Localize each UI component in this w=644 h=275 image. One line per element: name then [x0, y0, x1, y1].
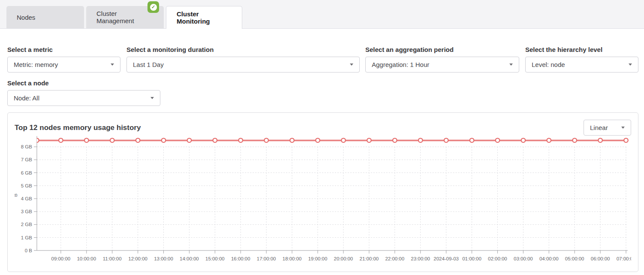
- filters-row-1: Select a metric Metric: memory Select a …: [7, 46, 638, 73]
- svg-text:09:00:00: 09:00:00: [51, 256, 71, 261]
- tab-label: Nodes: [17, 14, 35, 21]
- svg-text:04:00:00: 04:00:00: [539, 256, 559, 261]
- duration-select-value: Last 1 Day: [133, 61, 164, 68]
- duration-label: Select a monitoring duration: [126, 46, 360, 53]
- caret-down-icon: [150, 97, 154, 99]
- svg-text:1 GB: 1 GB: [21, 235, 32, 240]
- caret-down-icon: [350, 63, 353, 66]
- svg-text:14:00:00: 14:00:00: [180, 256, 199, 261]
- chart-panel: Top 12 nodes memory usage history Linear…: [7, 112, 638, 272]
- chart-panel-header: Top 12 nodes memory usage history Linear: [15, 120, 631, 136]
- svg-text:02:00:00: 02:00:00: [488, 256, 507, 261]
- svg-text:16:00:00: 16:00:00: [231, 256, 250, 261]
- scale-select[interactable]: Linear: [584, 120, 631, 136]
- caret-down-icon: [621, 127, 625, 129]
- svg-text:23:00:00: 23:00:00: [411, 256, 430, 261]
- tab-label: Cluster Monitoring: [177, 10, 232, 25]
- caret-down-icon: [111, 63, 114, 66]
- svg-text:10:00:00: 10:00:00: [77, 256, 96, 261]
- caret-down-icon: [629, 63, 632, 66]
- svg-text:07:00:00: 07:00:00: [617, 256, 631, 261]
- svg-text:21:00:00: 21:00:00: [360, 256, 379, 261]
- success-check-badge: ✓: [147, 1, 159, 13]
- aggregation-label: Select an aggregation period: [365, 46, 519, 53]
- svg-text:22:00:00: 22:00:00: [385, 256, 404, 261]
- svg-text:18:00:00: 18:00:00: [283, 256, 302, 261]
- aggregation-select[interactable]: Aggregation: 1 Hour: [365, 57, 519, 73]
- aggregation-select-value: Aggregation: 1 Hour: [372, 61, 429, 68]
- check-icon: ✓: [150, 4, 157, 11]
- svg-text:06:00:00: 06:00:00: [591, 256, 610, 261]
- node-label: Select a node: [7, 79, 160, 87]
- filter-metric: Select a metric Metric: memory: [7, 46, 120, 73]
- svg-text:19:00:00: 19:00:00: [308, 256, 328, 261]
- svg-text:13:00:00: 13:00:00: [154, 256, 173, 261]
- svg-text:05:00:00: 05:00:00: [565, 256, 584, 261]
- svg-text:12:00:00: 12:00:00: [128, 256, 147, 261]
- svg-text:11:00:00: 11:00:00: [103, 256, 122, 261]
- svg-text:3 GB: 3 GB: [21, 209, 32, 214]
- scale-select-value: Linear: [590, 124, 608, 131]
- svg-text:4 GB: 4 GB: [21, 196, 32, 201]
- svg-text:2024-09-03: 2024-09-03: [433, 256, 459, 261]
- tab-cluster-monitoring[interactable]: Cluster Monitoring: [166, 6, 242, 29]
- level-label: Select the hierarchy level: [525, 46, 638, 53]
- filters-row-2: Select a node Node: All: [7, 79, 638, 106]
- caret-down-icon: [509, 63, 513, 66]
- level-select-value: Level: node: [532, 61, 565, 68]
- svg-text:2 GB: 2 GB: [21, 222, 32, 227]
- tab-content: Select a metric Metric: memory Select a …: [0, 29, 644, 272]
- filter-duration: Select a monitoring duration Last 1 Day: [126, 46, 360, 73]
- tab-label: Cluster Management: [96, 10, 153, 24]
- memory-usage-line-chart[interactable]: 0 B1 GB2 GB3 GB4 GB5 GB6 GB7 GB8 GB09:00…: [15, 136, 631, 265]
- filter-level: Select the hierarchy level Level: node: [525, 46, 638, 73]
- svg-text:01:00:00: 01:00:00: [462, 256, 481, 261]
- tab-nodes[interactable]: Nodes: [6, 6, 84, 28]
- cluster-monitoring-page: Nodes Cluster Management ✓ Cluster Monit…: [0, 0, 644, 275]
- svg-text:B: B: [15, 193, 18, 197]
- svg-text:03:00:00: 03:00:00: [514, 256, 533, 261]
- metric-select-value: Metric: memory: [14, 61, 58, 68]
- svg-text:5 GB: 5 GB: [21, 183, 32, 188]
- level-select[interactable]: Level: node: [525, 57, 638, 73]
- chart-title: Top 12 nodes memory usage history: [15, 124, 141, 132]
- svg-text:20:00:00: 20:00:00: [334, 256, 353, 261]
- duration-select[interactable]: Last 1 Day: [126, 57, 360, 73]
- node-select[interactable]: Node: All: [7, 90, 160, 106]
- svg-text:6 GB: 6 GB: [21, 170, 32, 175]
- svg-text:17:00:00: 17:00:00: [257, 256, 276, 261]
- svg-text:7 GB: 7 GB: [21, 157, 32, 162]
- node-select-value: Node: All: [14, 94, 39, 102]
- svg-text:15:00:00: 15:00:00: [205, 256, 225, 261]
- metric-label: Select a metric: [7, 46, 120, 53]
- metric-select[interactable]: Metric: memory: [7, 57, 120, 73]
- svg-text:0 B: 0 B: [25, 248, 33, 253]
- tab-bar: Nodes Cluster Management ✓ Cluster Monit…: [0, 0, 644, 29]
- tab-cluster-management[interactable]: Cluster Management ✓: [86, 6, 164, 28]
- svg-text:8 GB: 8 GB: [21, 144, 32, 149]
- filter-node: Select a node Node: All: [7, 79, 160, 106]
- filter-aggregation: Select an aggregation period Aggregation…: [365, 46, 519, 73]
